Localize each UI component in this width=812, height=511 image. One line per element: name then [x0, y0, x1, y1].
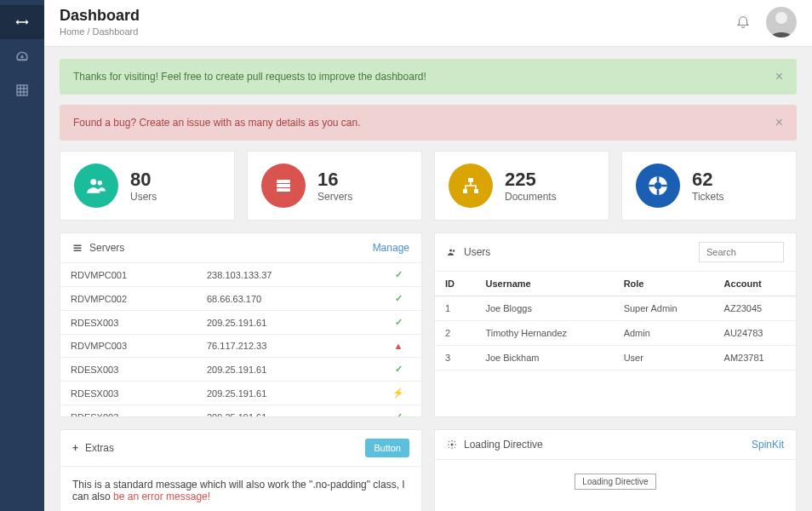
svg-point-7: [98, 181, 102, 185]
stat-users-num: 80: [130, 169, 157, 191]
loading-panel: Loading Directive SpinKit Loading Direct…: [434, 429, 797, 511]
server-row[interactable]: RDVMPC00268.66.63.170✓: [60, 287, 421, 311]
table-row[interactable]: 3Joe BickhamUserAM23781: [435, 346, 796, 370]
server-name: RDESX003: [71, 388, 207, 399]
check-icon: ✓: [395, 269, 403, 279]
svg-rect-10: [277, 188, 290, 192]
gauge-icon: [15, 49, 29, 63]
content: Thanks for visiting! Feel free to create…: [44, 47, 812, 511]
warning-icon: ▲: [394, 341, 403, 351]
users-icon: [74, 164, 118, 208]
server-ip: 209.25.191.61: [207, 318, 386, 328]
avatar[interactable]: [766, 7, 797, 37]
stat-users[interactable]: 80Users: [60, 151, 235, 221]
stat-docs-num: 225: [505, 169, 557, 191]
server-row[interactable]: RDESX003209.25.191.61✓: [60, 405, 421, 416]
svg-point-20: [453, 250, 455, 252]
svg-rect-12: [463, 189, 467, 193]
server-row[interactable]: RDVMPC001238.103.133.37✓: [60, 263, 421, 287]
loading-title: Loading Directive: [464, 439, 543, 451]
svg-rect-9: [277, 184, 290, 187]
stat-servers-num: 16: [317, 169, 352, 191]
notifications-button[interactable]: [735, 14, 751, 32]
breadcrumb-current: Dashboard: [93, 26, 139, 37]
servers-icon: [261, 164, 306, 208]
stat-servers[interactable]: 16Servers: [247, 151, 422, 221]
stat-tickets[interactable]: 62Tickets: [621, 151, 797, 221]
svg-rect-18: [74, 250, 82, 252]
stat-documents[interactable]: 225Documents: [434, 151, 609, 221]
svg-point-19: [449, 250, 452, 252]
svg-rect-13: [474, 189, 478, 193]
server-list[interactable]: RDVMPC001238.103.133.37✓RDVMPC00268.66.6…: [60, 263, 421, 416]
server-ip: 209.25.191.61: [207, 365, 386, 375]
stat-tickets-num: 62: [692, 169, 724, 191]
extras-title: Extras: [85, 442, 114, 454]
stat-servers-label: Servers: [317, 191, 352, 203]
server-ip: 68.66.63.170: [207, 294, 386, 304]
svg-point-6: [90, 179, 96, 185]
sidebar-item-tables[interactable]: [0, 73, 44, 107]
server-name: RDVMPC002: [71, 294, 207, 304]
lifering-icon: [636, 164, 680, 208]
table-row[interactable]: 2Timothy HernandezAdminAU24783: [435, 321, 796, 346]
sidebar-item-dashboard[interactable]: [0, 39, 44, 73]
spinkit-link[interactable]: SpinKit: [752, 439, 784, 451]
server-ip: 76.117.212.33: [207, 341, 386, 351]
alert-success-close[interactable]: ×: [775, 69, 783, 84]
col-account: Account: [714, 272, 796, 296]
svg-rect-16: [74, 245, 82, 247]
breadcrumb-home[interactable]: Home: [60, 26, 84, 37]
alert-danger: Found a bug? Create an issue with as man…: [60, 105, 797, 141]
sidebar-item-swap[interactable]: [0, 5, 44, 39]
users-panel: Users ID Username Role Account: [434, 233, 797, 417]
stat-users-label: Users: [130, 191, 157, 203]
svg-rect-0: [17, 85, 27, 95]
server-ip: 209.25.191.61: [207, 412, 386, 417]
svg-point-21: [451, 444, 454, 446]
server-name: RDVMPC001: [71, 270, 207, 280]
svg-point-5: [775, 12, 787, 24]
col-id: ID: [435, 272, 475, 296]
bell-icon: [735, 14, 751, 29]
alert-danger-close[interactable]: ×: [775, 115, 783, 130]
breadcrumb: Home / Dashboard: [60, 26, 140, 37]
servers-panel-title: Servers: [89, 242, 124, 254]
server-row[interactable]: RDESX003209.25.191.61✓: [60, 311, 421, 335]
alert-success: Thanks for visiting! Feel free to create…: [60, 59, 797, 95]
user-table: ID Username Role Account 1Joe BloggsSupe…: [435, 272, 796, 370]
plus-icon: +: [72, 442, 78, 454]
table-row[interactable]: 1Joe BloggsSuper AdminAZ23045: [435, 296, 796, 321]
stat-tickets-label: Tickets: [692, 191, 724, 203]
extras-button[interactable]: Button: [365, 439, 409, 457]
svg-rect-8: [277, 180, 290, 183]
server-name: RDESX003: [71, 365, 207, 375]
server-name: RDESX003: [71, 318, 207, 328]
col-username: Username: [475, 272, 613, 296]
search-input[interactable]: [699, 242, 784, 262]
server-row[interactable]: RDESX003209.25.191.61✓: [60, 358, 421, 382]
server-ip: 238.103.133.37: [207, 270, 386, 280]
server-row[interactable]: RDVMPC00376.117.212.33▲: [60, 335, 421, 358]
check-icon: ✓: [395, 317, 403, 327]
gear-icon: [447, 439, 457, 450]
server-ip: 209.25.191.61: [207, 388, 386, 399]
sitemap-icon: [449, 164, 493, 208]
list-icon: [72, 243, 83, 253]
alert-success-text: Thanks for visiting! Feel free to create…: [73, 71, 426, 83]
col-role: Role: [614, 272, 714, 296]
extras-panel: + Extras Button This is a standard messa…: [60, 429, 422, 511]
server-row[interactable]: RDESX003209.25.191.61⚡: [60, 382, 421, 405]
page-title: Dashboard: [60, 7, 140, 25]
svg-rect-11: [468, 178, 473, 182]
manage-link[interactable]: Manage: [373, 242, 409, 254]
svg-point-15: [655, 182, 662, 190]
sidebar: [0, 0, 44, 511]
header: Dashboard Home / Dashboard: [44, 0, 812, 47]
check-icon: ✓: [395, 411, 403, 416]
server-name: RDESX003: [71, 412, 207, 417]
swap-icon: [14, 14, 30, 30]
bolt-icon: ⚡: [392, 388, 404, 398]
check-icon: ✓: [395, 364, 403, 374]
alert-danger-text: Found a bug? Create an issue with as man…: [73, 117, 361, 129]
